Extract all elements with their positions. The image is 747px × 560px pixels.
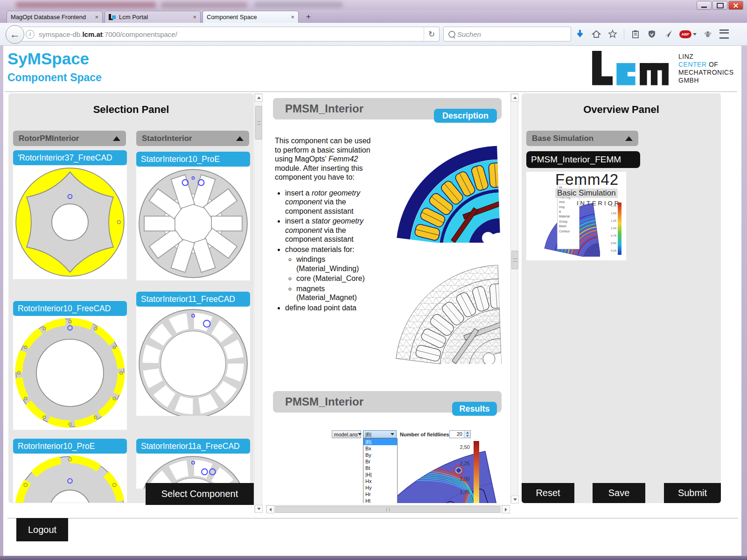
scroll-down-button[interactable]: [255, 505, 263, 513]
scroll-left-button[interactable]: [266, 505, 274, 513]
motor-mesh-image: [380, 261, 506, 364]
scrollbar-thumb[interactable]: [511, 251, 518, 269]
description-text: This component can be used to perform a …: [275, 136, 376, 313]
femm42-preview-image: HrHt Hdemagmux muyA MaterialGroup MeshCo…: [526, 172, 626, 260]
tab-component-space[interactable]: Component Space ×: [202, 11, 299, 23]
option-item[interactable]: Hy: [363, 484, 397, 491]
submit-button[interactable]: Submit: [664, 483, 721, 503]
bug-addon-icon[interactable]: [703, 29, 713, 39]
option-item[interactable]: Ht: [363, 497, 397, 503]
femm-colorbar: [618, 203, 621, 255]
scroll-down-button[interactable]: [511, 496, 519, 504]
group-header-base-simulation[interactable]: Base Simulation: [526, 131, 638, 146]
material-sub-bullet: core (Material_Core): [296, 274, 376, 283]
scroll-right-button[interactable]: [502, 505, 510, 513]
clipboard-icon[interactable]: [630, 29, 641, 39]
card-title[interactable]: RotorInterior10_FreeCAD: [13, 301, 127, 316]
option-item[interactable]: Bx: [363, 445, 397, 452]
stator-preview-image: [136, 307, 250, 416]
card-title[interactable]: StatorInterior11_FreeCAD: [136, 292, 250, 307]
overview-panel: Overview Panel Base Simulation PMSM_Inte…: [522, 93, 721, 503]
group-header-statorinterior[interactable]: StatorInterior: [136, 131, 249, 146]
window-frame-left: [0, 45, 3, 556]
url-bar[interactable]: i symspace-db.lcm.at:7000/componentspace…: [20, 27, 440, 42]
simulation-item-pmsm-interior-femm[interactable]: PMSM_Interior_FEMM: [526, 151, 640, 168]
menu-hamburger-icon[interactable]: [719, 29, 729, 39]
option-item[interactable]: Bt: [363, 465, 397, 471]
results-badge[interactable]: Results: [452, 402, 497, 416]
card-title[interactable]: StatorInterior11a_FreeCAD: [136, 439, 250, 454]
save-button[interactable]: Save: [593, 483, 645, 503]
bookmark-star-icon[interactable]: [607, 29, 618, 39]
collapse-arrow-icon: [625, 136, 633, 141]
tab-label: MagOpt Database Frontend: [11, 14, 92, 21]
group-header-rotorpminterior[interactable]: RotorPMInterior: [13, 131, 126, 146]
tab-close-icon[interactable]: ×: [288, 14, 294, 21]
search-placeholder: Suchen: [457, 30, 481, 38]
close-button[interactable]: [728, 1, 743, 10]
quantity-dropdown[interactable]: |B|: [363, 430, 397, 438]
card-title[interactable]: 'RotorInterior37_FreeCAD: [13, 150, 127, 165]
window-titlebar: [0, 0, 747, 10]
tab-close-icon[interactable]: ×: [92, 14, 98, 21]
component-card-statorinterior10-proe[interactable]: StatorInterior10_ProE: [136, 152, 250, 280]
component-card-rotorinterior10-proe[interactable]: RotorInterior10_ProE: [13, 439, 127, 503]
description-badge[interactable]: Description: [434, 109, 497, 123]
back-button[interactable]: ←: [6, 25, 24, 44]
new-tab-button[interactable]: +: [302, 12, 314, 22]
detail-panel: PMSM_Interior Description This component…: [272, 93, 510, 503]
search-icon: [448, 31, 455, 38]
home-icon[interactable]: [591, 29, 601, 39]
footer-divider: [7, 518, 738, 518]
component-card-statorinterior11a-freecad[interactable]: StatorInterior11a_FreeCAD: [136, 439, 250, 489]
page-info-icon[interactable]: i: [26, 30, 35, 39]
component-card-rotorinterior37[interactable]: 'RotorInterior37_FreeCAD: [13, 150, 127, 279]
search-input[interactable]: Suchen: [443, 27, 571, 42]
browser-toolbar-icons: ABP: [575, 26, 729, 42]
option-item[interactable]: |H|: [363, 471, 397, 478]
window-frame-right: [741, 45, 747, 556]
maximize-button[interactable]: [712, 1, 727, 10]
scroll-up-button[interactable]: [255, 94, 263, 102]
scrollbar-thumb[interactable]: [275, 506, 500, 513]
detail-panel-hscrollbar[interactable]: [266, 505, 510, 513]
tab-magopt-database-frontend[interactable]: MagOpt Database Frontend ×: [7, 11, 103, 23]
component-card-rotorinterior10-freecad[interactable]: RotorInterior10_FreeCAD: [13, 301, 127, 430]
minimize-button[interactable]: [697, 1, 712, 10]
stepper-arrows[interactable]: [464, 431, 470, 438]
chevron-down-icon: [693, 33, 697, 35]
scroll-up-button[interactable]: [511, 94, 519, 102]
detail-panel-scrollbar[interactable]: [510, 93, 518, 503]
reset-button[interactable]: Reset: [522, 483, 574, 503]
card-title[interactable]: StatorInterior10_ProE: [136, 152, 250, 167]
fieldlines-stepper[interactable]: 20: [449, 430, 471, 438]
tab-lcm-portal[interactable]: Lcm Portal ×: [105, 11, 201, 23]
option-item[interactable]: Hx: [363, 478, 397, 484]
url-text: symspace-db.lcm.at:7000/componentspace/: [39, 30, 177, 38]
result-file-dropdown[interactable]: model.ans: [332, 430, 361, 438]
shield-icon[interactable]: [647, 29, 657, 39]
adblock-plus-icon[interactable]: ABP: [679, 30, 697, 38]
downloads-icon[interactable]: [575, 29, 585, 39]
window-frame-bottom: [0, 556, 747, 560]
material-sub-bullet: magnets (Material_Magnet): [296, 284, 376, 302]
card-title[interactable]: RotorInterior10_ProE: [13, 439, 127, 454]
description-bullet: insert a rotor geometry component via th…: [285, 189, 376, 216]
option-item[interactable]: Br: [363, 458, 397, 465]
selection-panel-scrollbar[interactable]: [254, 93, 262, 512]
tab-label: Component Space: [207, 14, 288, 21]
select-component-button[interactable]: Select Component: [146, 483, 254, 505]
redacted-title-text: [161, 2, 247, 8]
tab-bar: MagOpt Database Frontend × Lcm Portal × …: [0, 10, 747, 23]
option-item[interactable]: Hr: [363, 491, 397, 497]
option-item[interactable]: |B|: [363, 439, 397, 445]
scrollbar-thumb[interactable]: [255, 106, 262, 140]
option-item[interactable]: By: [363, 452, 397, 458]
logout-button[interactable]: Logout: [16, 518, 68, 541]
reload-icon[interactable]: ↻: [424, 27, 439, 41]
send-plane-icon[interactable]: [663, 29, 673, 39]
component-card-statorinterior11-freecad[interactable]: StatorInterior11_FreeCAD: [136, 292, 250, 416]
femm-subtitle: Basic Simulation: [555, 189, 618, 198]
colorbar-label: 2,25: [456, 461, 470, 466]
tab-close-icon[interactable]: ×: [190, 14, 196, 21]
